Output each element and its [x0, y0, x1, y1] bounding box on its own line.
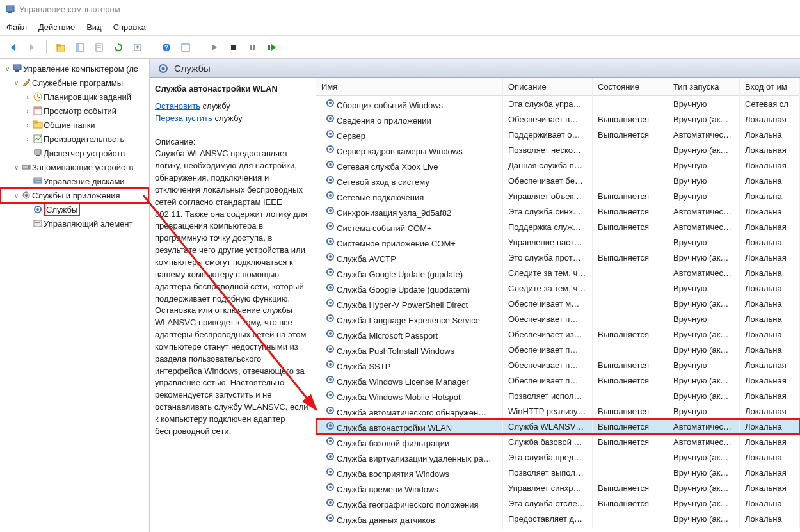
stop-suffix: службу — [200, 101, 230, 111]
expander-icon[interactable]: › — [23, 108, 32, 115]
svg-point-77 — [329, 363, 332, 366]
menu-view[interactable]: Вид — [86, 22, 102, 32]
tree-disk-mgmt[interactable]: Управление дисками — [0, 174, 149, 188]
tree-label: Службы и приложения — [32, 191, 120, 200]
cell-logon: Локальна — [740, 295, 800, 312]
services-list[interactable]: Имя Описание Состояние Тип запуска Вход … — [316, 78, 800, 532]
details-button[interactable] — [178, 40, 193, 55]
tree-device-manager[interactable]: Диспетчер устройств — [0, 146, 149, 160]
tree-label: Производительность — [44, 134, 124, 144]
computer-icon — [12, 63, 23, 74]
tree-services-apps[interactable]: ∨ Службы и приложения — [0, 188, 149, 202]
cell-logon: Локальная — [740, 403, 800, 420]
navigation-tree[interactable]: ∨ Управление компьютером (лс ∨ Служебные… — [0, 59, 150, 532]
gear-icon — [324, 221, 337, 231]
cell-state: Выполняется — [593, 357, 668, 374]
svg-point-43 — [329, 102, 332, 104]
help-button[interactable]: ? — [159, 40, 174, 55]
cell-desc: Следите за тем, ч… — [503, 264, 593, 282]
svg-point-85 — [329, 424, 332, 427]
col-logon[interactable]: Вход от им — [740, 78, 800, 95]
description-label: Описание: — [155, 136, 309, 149]
cell-state — [593, 269, 668, 277]
menu-action[interactable]: Действие — [38, 22, 75, 32]
col-name[interactable]: Имя — [316, 78, 503, 95]
window-title: Управление компьютером — [19, 4, 120, 14]
gear-icon — [324, 328, 337, 339]
menu-file[interactable]: Файл — [6, 22, 27, 32]
up-button[interactable] — [53, 40, 68, 55]
stop-link[interactable]: Остановить — [155, 101, 200, 111]
col-desc[interactable]: Описание — [503, 78, 593, 95]
back-button[interactable] — [5, 40, 20, 55]
gear-icon — [324, 190, 337, 200]
cell-state: Выполняется — [593, 403, 668, 420]
tree-label: Службы — [44, 203, 80, 216]
expander-icon[interactable]: ∨ — [12, 192, 20, 199]
main-area: ∨ Управление компьютером (лс ∨ Служебные… — [0, 59, 800, 532]
menu-help[interactable]: Справка — [113, 22, 146, 32]
cell-startup: Вручную — [668, 403, 740, 420]
col-startup[interactable]: Тип запуска — [668, 78, 740, 95]
cell-desc: Поддержка служ… — [503, 218, 593, 236]
cell-startup: Вручную (ак… — [668, 141, 740, 159]
tree-storage[interactable]: ∨ Запоминающие устройств — [0, 160, 149, 174]
svg-point-45 — [329, 117, 332, 120]
stop-service-button[interactable] — [226, 40, 241, 55]
export-button[interactable] — [130, 40, 145, 55]
cell-state — [593, 346, 668, 353]
gear-icon — [324, 390, 337, 400]
tree-system-tools[interactable]: ∨ Служебные программы — [0, 76, 149, 90]
expander-icon[interactable]: › — [23, 136, 32, 143]
restart-service-button[interactable] — [264, 40, 280, 55]
services-header-title: Службы — [174, 63, 211, 74]
cell-startup: Вручную (ак… — [668, 480, 740, 497]
start-service-button[interactable] — [207, 40, 222, 55]
tree-performance[interactable]: › Производительность — [0, 132, 149, 146]
svg-point-63 — [329, 255, 332, 258]
properties-button[interactable] — [92, 40, 107, 55]
tree-event-viewer[interactable]: › Просмотр событий — [0, 104, 149, 118]
cell-state: Выполняется — [593, 218, 668, 236]
cell-state — [593, 146, 668, 154]
expander-icon[interactable]: › — [23, 93, 32, 101]
pause-service-button[interactable] — [245, 40, 260, 55]
gear-icon — [32, 204, 44, 214]
tree-shared-folders[interactable]: › Общие папки — [0, 118, 149, 132]
folder-icon — [32, 120, 44, 130]
expander-icon[interactable]: ∨ — [12, 79, 20, 86]
list-body[interactable]: Сборщик событий WindowsЭта служба упра…В… — [316, 96, 800, 526]
tools-icon — [20, 77, 32, 88]
svg-rect-17 — [268, 45, 270, 50]
svg-point-30 — [28, 166, 29, 168]
cell-logon: Локальна — [740, 126, 800, 143]
gear-icon — [324, 467, 337, 477]
col-state[interactable]: Состояние — [593, 78, 668, 95]
wmi-icon — [32, 218, 44, 229]
show-hide-tree-button[interactable] — [72, 40, 88, 55]
expander-icon[interactable]: ∨ — [12, 164, 20, 171]
refresh-button[interactable] — [111, 40, 126, 55]
svg-point-79 — [329, 378, 332, 381]
cell-startup: Вручную (ак… — [668, 387, 740, 405]
tree-task-scheduler[interactable]: › Планировщик заданий — [0, 90, 149, 104]
cell-desc: Позволяет испол… — [503, 387, 593, 405]
cell-startup: Автоматичес… — [668, 126, 740, 143]
gear-icon — [324, 513, 337, 523]
tree-wmi[interactable]: Управляющий элемент — [0, 216, 149, 230]
svg-point-53 — [329, 179, 332, 181]
gear-icon — [324, 129, 337, 139]
cell-desc: Эта служба синх… — [503, 203, 593, 220]
forward-button[interactable] — [24, 40, 40, 55]
expander-icon[interactable]: ∨ — [3, 65, 12, 72]
gear-icon — [324, 298, 337, 308]
restart-link[interactable]: Перезапустить — [155, 113, 212, 123]
cell-state: Выполняется — [593, 418, 668, 435]
tree-services[interactable]: Службы — [0, 202, 149, 216]
svg-point-93 — [329, 486, 332, 488]
expander-icon[interactable]: › — [23, 122, 32, 129]
tree-root[interactable]: ∨ Управление компьютером (лс — [0, 61, 149, 76]
service-row[interactable]: Служба данных датчиковПредоставляет д…Вр… — [316, 511, 800, 526]
cell-desc: Эта служба пред… — [503, 449, 593, 466]
cell-state: Выполняется — [593, 372, 668, 389]
